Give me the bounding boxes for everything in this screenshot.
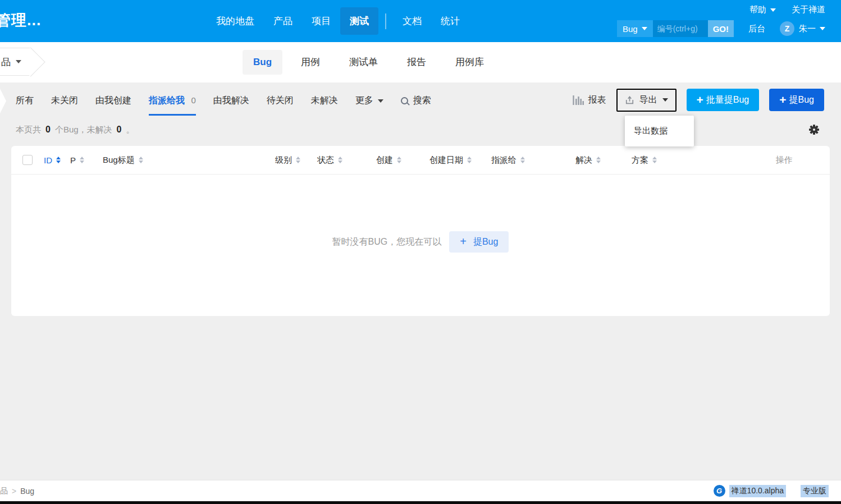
filter-assigned-to-me[interactable]: 指派给我 0 <box>149 84 196 116</box>
help-label: 帮助 <box>749 4 766 15</box>
column-header-resolved-by[interactable]: 解决 <box>575 155 632 166</box>
filter-tabs: 所有 未关闭 由我创建 指派给我 0 由我解决 待关闭 未解决 更多 搜索 <box>16 84 449 116</box>
sort-icon <box>80 157 84 163</box>
column-header-severity[interactable]: 级别 <box>275 155 317 166</box>
bar-chart-icon <box>573 95 584 105</box>
column-label: P <box>70 155 76 165</box>
export-icon <box>625 95 634 105</box>
filter-unclosed[interactable]: 未关闭 <box>51 84 78 116</box>
filter-all[interactable]: 所有 <box>16 84 34 116</box>
username: 朱一 <box>799 24 816 34</box>
column-label: 方案 <box>632 155 648 166</box>
filter-more-dropdown[interactable]: 更多 <box>355 84 383 116</box>
sort-icon <box>338 157 342 163</box>
edition-text[interactable]: 专业版 <box>801 485 829 497</box>
sort-icon <box>56 157 61 163</box>
nav-item-product[interactable]: 产品 <box>264 7 302 35</box>
brand-title: 管理... <box>0 10 42 30</box>
column-header-actions: 操作 <box>738 155 830 166</box>
go-button[interactable]: GO! <box>708 20 734 37</box>
tab-testtask[interactable]: 测试单 <box>339 49 388 75</box>
module-tabs: Bug 用例 测试单 报告 用例库 <box>243 49 495 75</box>
navbar-controls: Bug GO! 后台 Z 朱一 <box>617 20 825 37</box>
chevron-down-icon <box>662 98 668 102</box>
sort-icon <box>296 157 300 163</box>
column-header-status[interactable]: 状态 <box>317 155 376 166</box>
help-menu[interactable]: 帮助 <box>749 4 776 15</box>
summary-middle: 个Bug，未解决 <box>55 125 112 135</box>
column-header-opened-date[interactable]: 创建日期 <box>429 155 491 166</box>
select-all-checkbox[interactable] <box>22 155 33 165</box>
version-text[interactable]: 禅道10.0.alpha <box>729 485 786 497</box>
nav-item-project[interactable]: 项目 <box>302 7 340 35</box>
create-bug-label: 提Bug <box>789 94 814 106</box>
sort-icon <box>520 157 525 163</box>
sort-icon <box>467 157 472 163</box>
tab-report[interactable]: 报告 <box>396 49 437 75</box>
search-toggle[interactable]: 搜索 <box>401 84 431 116</box>
export-label: 导出 <box>639 94 657 106</box>
page-summary: 本页共 0 个Bug，未解决 0 。 <box>16 120 841 139</box>
nav-item-stats[interactable]: 统计 <box>431 7 469 35</box>
main-menu: 我的地盘 产品 项目 测试 文档 统计 <box>207 7 469 35</box>
export-button[interactable]: 导出 <box>616 89 677 112</box>
toolbar-actions: 报表 导出 + 批量提Bug + 提Bug <box>573 83 824 117</box>
nav-item-test[interactable]: 测试 <box>340 7 378 35</box>
column-header-assigned-to[interactable]: 指派给 <box>491 155 575 166</box>
plus-icon: + <box>460 236 467 247</box>
tab-bug[interactable]: Bug <box>243 50 282 75</box>
goto-id-input[interactable] <box>653 20 708 37</box>
sort-icon <box>596 157 601 163</box>
empty-create-bug-label: 提Bug <box>473 236 498 248</box>
breadcrumb-page[interactable]: Bug <box>20 487 34 496</box>
goto-module-select[interactable]: Bug <box>617 20 653 37</box>
batch-create-bug-button[interactable]: + 批量提Bug <box>687 89 760 111</box>
subheader: 品 Bug 用例 测试单 报告 用例库 <box>0 42 841 83</box>
more-label: 更多 <box>355 95 373 107</box>
column-header-title[interactable]: Bug标题 <box>103 155 275 166</box>
nav-item-my-zone[interactable]: 我的地盘 <box>207 7 264 35</box>
about-label: 关于禅道 <box>792 4 825 15</box>
breadcrumb-separator: > <box>12 487 16 496</box>
export-dropdown-menu: 导出数据 <box>625 116 694 146</box>
breadcrumb: 品 > Bug <box>0 486 34 496</box>
filter-to-closed[interactable]: 待关闭 <box>267 84 294 116</box>
column-label: Bug标题 <box>103 155 135 166</box>
empty-create-bug-button[interactable]: + 提Bug <box>449 231 509 253</box>
user-menu[interactable]: 朱一 <box>799 24 825 34</box>
column-label: 状态 <box>317 155 334 166</box>
sidebar-expand-arrow-icon[interactable] <box>0 89 6 113</box>
nav-item-doc[interactable]: 文档 <box>393 7 431 35</box>
column-header-priority[interactable]: P <box>70 155 103 165</box>
tab-caselib[interactable]: 用例库 <box>445 49 495 75</box>
column-header-opened-by[interactable]: 创建 <box>376 155 429 166</box>
filter-resolved-by-me[interactable]: 由我解决 <box>213 84 249 116</box>
filter-opened-by-me[interactable]: 由我创建 <box>95 84 131 116</box>
column-settings-button[interactable] <box>809 125 819 135</box>
about-zentao-link[interactable]: 关于禅道 <box>792 4 825 15</box>
breadcrumb-product[interactable]: 品 <box>0 486 8 496</box>
chevron-down-icon <box>642 27 647 30</box>
navbar-secondary-links: 帮助 关于禅道 <box>749 4 825 15</box>
create-bug-button[interactable]: + 提Bug <box>769 89 824 111</box>
empty-state-message: 暂时没有BUG，您现在可以 <box>332 236 442 248</box>
column-header-resolution[interactable]: 方案 <box>632 155 738 166</box>
plus-icon: + <box>697 94 703 106</box>
admin-backend-link[interactable]: 后台 <box>748 24 765 34</box>
tab-case[interactable]: 用例 <box>290 49 331 75</box>
version-group: G 禅道10.0.alpha <box>714 485 786 497</box>
report-button[interactable]: 报表 <box>573 94 606 106</box>
export-data-menu-item[interactable]: 导出数据 <box>625 120 694 143</box>
column-label: 创建 <box>376 155 393 166</box>
column-header-id[interactable]: ID <box>33 155 70 165</box>
gear-icon <box>809 125 819 135</box>
filter-unresolved[interactable]: 未解决 <box>311 84 338 116</box>
nav-divider <box>385 13 386 29</box>
summary-prefix: 本页共 <box>16 125 41 135</box>
product-switcher[interactable]: 品 <box>0 48 30 76</box>
empty-state: 暂时没有BUG，您现在可以 + 提Bug <box>11 231 830 253</box>
column-label: 指派给 <box>491 155 517 166</box>
column-label: 解决 <box>575 155 592 166</box>
batch-create-bug-label: 批量提Bug <box>706 94 749 106</box>
avatar[interactable]: Z <box>780 21 794 36</box>
